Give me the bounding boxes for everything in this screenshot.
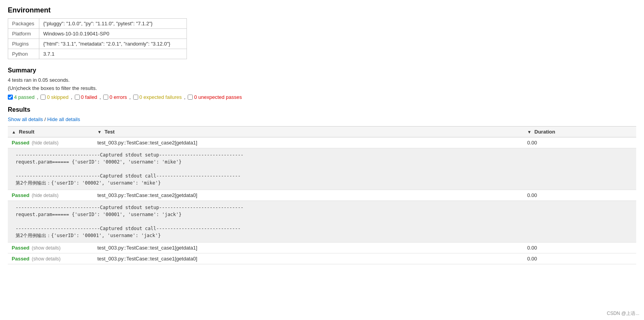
filter-checkbox-errors[interactable] <box>103 95 108 100</box>
sort-down-icon: ▼ <box>97 130 102 134</box>
detail-row: ------------------------------Captured s… <box>8 148 636 190</box>
passed-label: Passed <box>12 256 30 262</box>
col-header-duration[interactable]: ▼ Duration <box>523 127 636 137</box>
test-cell: test_003.py::TestCase::test_case1[getdat… <box>93 243 523 253</box>
filter-passed[interactable]: 4 passed <box>8 94 35 100</box>
duration-cell: 0.00 <box>523 137 636 148</box>
table-row: Passed(show details)test_003.py::TestCas… <box>8 253 636 264</box>
env-label: Platform <box>8 29 39 39</box>
hint-text: (Un)check the boxes to filter the result… <box>8 85 636 91</box>
filter-label-unexpected_passes: 0 unexpected passes <box>194 94 242 100</box>
results-title: Results <box>8 106 636 113</box>
filter-skipped[interactable]: 0 skipped <box>40 94 69 100</box>
detail-cell: ------------------------------Captured s… <box>8 148 636 190</box>
passed-label: Passed <box>12 245 30 251</box>
env-label: Packages <box>8 19 39 29</box>
filter-checkbox-unexpected_passes[interactable] <box>188 95 193 100</box>
detail-content: ------------------------------Captured s… <box>8 148 636 190</box>
duration-cell: 0.00 <box>523 253 636 264</box>
sort-asc-icon: ▲ <box>12 130 16 134</box>
result-cell: Passed(hide details) <box>8 137 93 148</box>
table-row: Passed(hide details)test_003.py::TestCas… <box>8 137 636 148</box>
test-cell: test_003.py::TestCase::test_case1[getdat… <box>93 253 523 264</box>
show-all-details-link[interactable]: Show all details <box>8 116 43 122</box>
filter-label-errors: 0 errors <box>109 94 127 100</box>
detail-link[interactable]: (show details) <box>32 245 61 251</box>
detail-link[interactable]: (hide details) <box>32 193 59 198</box>
passed-label: Passed <box>12 192 30 198</box>
filter-errors[interactable]: 0 errors <box>103 94 127 100</box>
detail-row: ------------------------------Captured s… <box>8 201 636 243</box>
detail-link[interactable]: (hide details) <box>32 140 59 146</box>
env-row: Python3.7.1 <box>8 49 187 59</box>
detail-cell: ------------------------------Captured s… <box>8 201 636 243</box>
hide-all-details-link[interactable]: Hide all details <box>47 116 80 122</box>
filter-expected_failures[interactable]: 0 expected failures <box>133 94 182 100</box>
env-value: 3.7.1 <box>39 49 187 59</box>
env-label: Plugins <box>8 39 39 49</box>
result-cell: Passed(show details) <box>8 253 93 264</box>
filter-checkbox-expected_failures[interactable] <box>133 95 138 100</box>
sort-down-icon-2: ▼ <box>527 130 531 134</box>
duration-cell: 0.00 <box>523 190 636 201</box>
table-header-row: ▲ Result ▼ Test ▼ Duration <box>8 127 636 137</box>
col-header-test[interactable]: ▼ Test <box>93 127 523 137</box>
filter-label-expected_failures: 0 expected failures <box>139 94 182 100</box>
summary-title: Summary <box>8 67 636 74</box>
result-cell: Passed(show details) <box>8 243 93 253</box>
detail-content: ------------------------------Captured s… <box>8 201 636 242</box>
environment-table: Packages{"pluggy": "1.0.0", "py": "1.11.… <box>8 18 187 59</box>
filter-label-passed: 4 passed <box>14 94 35 100</box>
col-header-result[interactable]: ▲ Result <box>8 127 93 137</box>
env-row: PlatformWindows-10-10.0.19041-SP0 <box>8 29 187 39</box>
filter-unexpected_passes[interactable]: 0 unexpected passes <box>188 94 242 100</box>
passed-label: Passed <box>12 140 30 146</box>
test-cell: test_003.py::TestCase::test_case2[getdat… <box>93 190 523 201</box>
result-cell: Passed(hide details) <box>8 190 93 201</box>
filter-failed[interactable]: 0 failed <box>75 94 97 100</box>
env-value: {"html": "3.1.1", "metadata": "2.0.1", "… <box>39 39 187 49</box>
run-text: 4 tests ran in 0.05 seconds. <box>8 77 636 83</box>
filter-checkbox-failed[interactable] <box>75 95 80 100</box>
results-links: Show all details / Hide all details <box>8 116 636 122</box>
duration-cell: 0.00 <box>523 243 636 253</box>
filter-checkbox-skipped[interactable] <box>40 95 46 100</box>
table-row: Passed(show details)test_003.py::TestCas… <box>8 243 636 253</box>
environment-title: Environment <box>8 6 636 14</box>
env-row: Plugins{"html": "3.1.1", "metadata": "2.… <box>8 39 187 49</box>
filter-label-skipped: 0 skipped <box>47 94 69 100</box>
detail-link[interactable]: (show details) <box>32 256 61 262</box>
env-value: Windows-10-10.0.19041-SP0 <box>39 29 187 39</box>
test-cell: test_003.py::TestCase::test_case2[getdat… <box>93 137 523 148</box>
filter-label-failed: 0 failed <box>81 94 97 100</box>
table-row: Passed(hide details)test_003.py::TestCas… <box>8 190 636 201</box>
env-value: {"pluggy": "1.0.0", "py": "1.11.0", "pyt… <box>39 19 187 29</box>
env-row: Packages{"pluggy": "1.0.0", "py": "1.11.… <box>8 19 187 29</box>
env-label: Python <box>8 49 39 59</box>
results-table: ▲ Result ▼ Test ▼ Duration Passed(hide d… <box>8 126 636 264</box>
filter-checkbox-passed[interactable] <box>8 95 13 100</box>
filter-row: 4 passed,0 skipped,0 failed,0 errors,0 e… <box>8 94 636 100</box>
